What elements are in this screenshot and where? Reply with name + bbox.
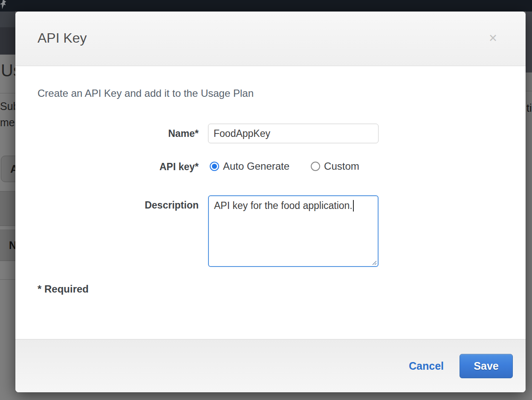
radio-custom-label: Custom [324,160,359,172]
radio-auto-generate-label: Auto Generate [223,160,289,172]
background-divider [526,91,532,91]
description-row: Description API key for the food applica… [15,195,526,267]
api-key-label: API key* [15,160,199,173]
background-button-fragment: A [1,156,15,182]
background-table-row-fragment [0,191,15,226]
description-textarea[interactable]: API key for the food application. [208,195,379,267]
console-top-navbar [0,0,532,12]
required-note: * Required [38,283,89,295]
radio-auto-generate[interactable]: Auto Generate [210,160,289,172]
name-label: Name* [15,124,199,143]
dimmed-background-left: Us Sub me A N [0,12,15,400]
name-row: Name* [15,124,526,143]
modal-intro-text: Create an API Key and add it to the Usag… [38,87,254,99]
close-icon[interactable]: ✕ [489,33,497,43]
description-label: Description [15,200,199,211]
api-key-modal: API Key ✕ Create an API Key and add it t… [15,12,526,392]
modal-footer: Cancel Save [15,339,526,392]
background-console-header [526,12,532,72]
modal-title: API Key [38,30,87,46]
cancel-button[interactable]: Cancel [409,360,444,372]
background-console-header [0,12,15,27]
text-cursor [353,200,354,212]
radio-custom[interactable]: Custom [311,160,359,172]
save-button[interactable]: Save [460,354,513,378]
description-text: API key for the food application. [214,200,353,211]
background-page-heading-fragment: Us [1,61,15,80]
background-divider [0,279,15,280]
background-console-subheader [0,27,15,55]
radio-unselected-icon [311,162,320,171]
background-table-header-fragment: N [0,229,15,261]
radio-selected-icon [210,162,219,171]
api-key-radio-group: Auto Generate Custom [210,160,359,172]
resize-grip-icon[interactable] [371,259,376,265]
background-text-fragment: ti [526,102,532,114]
dimmed-background-right: ti [526,12,532,400]
api-key-row: API key* Auto Generate Custom [15,160,526,173]
name-input[interactable] [208,124,379,143]
background-text-fragment: me [0,116,15,129]
modal-header: API Key ✕ [15,12,526,66]
pin-icon [0,0,9,11]
background-text-fragment: Sub [0,100,15,113]
background-divider [0,93,15,93]
